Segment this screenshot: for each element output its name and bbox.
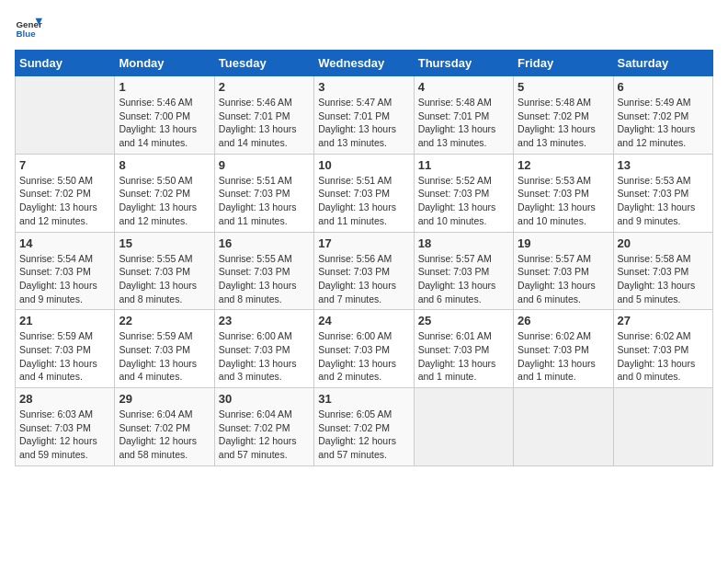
weekday-header-wednesday: Wednesday xyxy=(314,51,414,76)
day-info: Sunrise: 5:59 AMSunset: 7:03 PMDaylight:… xyxy=(19,329,110,384)
day-info: Sunrise: 5:48 AMSunset: 7:01 PMDaylight:… xyxy=(418,96,509,150)
logo-icon: General Blue xyxy=(15,15,42,42)
weekday-header-thursday: Thursday xyxy=(414,51,513,76)
calendar-cell: 15Sunrise: 5:55 AMSunset: 7:03 PMDayligh… xyxy=(115,232,214,310)
day-info: Sunrise: 5:47 AMSunset: 7:01 PMDaylight:… xyxy=(318,96,409,150)
calendar-cell: 18Sunrise: 5:57 AMSunset: 7:03 PMDayligh… xyxy=(414,232,513,310)
day-info: Sunrise: 5:54 AMSunset: 7:03 PMDaylight:… xyxy=(19,252,110,306)
calendar-cell: 1Sunrise: 5:46 AMSunset: 7:00 PMDaylight… xyxy=(115,76,214,155)
calendar-cell: 24Sunrise: 6:00 AMSunset: 7:03 PMDayligh… xyxy=(314,310,414,388)
day-number: 31 xyxy=(318,392,409,406)
day-number: 5 xyxy=(518,80,609,94)
day-number: 8 xyxy=(119,158,210,172)
day-number: 15 xyxy=(119,236,210,250)
day-number: 2 xyxy=(219,80,310,94)
day-info: Sunrise: 5:56 AMSunset: 7:03 PMDaylight:… xyxy=(318,252,409,306)
day-number: 24 xyxy=(318,314,409,327)
day-info: Sunrise: 5:50 AMSunset: 7:02 PMDaylight:… xyxy=(119,174,210,228)
day-info: Sunrise: 5:51 AMSunset: 7:03 PMDaylight:… xyxy=(318,174,409,228)
day-info: Sunrise: 6:02 AMSunset: 7:03 PMDaylight:… xyxy=(618,329,709,384)
calendar-cell xyxy=(613,388,712,466)
day-number: 27 xyxy=(618,314,709,327)
day-info: Sunrise: 5:46 AMSunset: 7:01 PMDaylight:… xyxy=(219,96,310,150)
calendar-cell: 6Sunrise: 5:49 AMSunset: 7:02 PMDaylight… xyxy=(613,76,712,155)
day-info: Sunrise: 5:55 AMSunset: 7:03 PMDaylight:… xyxy=(119,252,210,306)
day-number: 20 xyxy=(618,236,709,250)
day-number: 17 xyxy=(318,236,409,250)
calendar-cell: 16Sunrise: 5:55 AMSunset: 7:03 PMDayligh… xyxy=(214,232,313,310)
day-number: 29 xyxy=(119,392,210,406)
day-info: Sunrise: 6:01 AMSunset: 7:03 PMDaylight:… xyxy=(418,329,509,384)
day-number: 28 xyxy=(19,392,110,406)
calendar-cell: 23Sunrise: 6:00 AMSunset: 7:03 PMDayligh… xyxy=(214,310,313,388)
calendar-cell: 20Sunrise: 5:58 AMSunset: 7:03 PMDayligh… xyxy=(613,232,712,310)
day-number: 11 xyxy=(418,158,509,172)
day-info: Sunrise: 5:58 AMSunset: 7:03 PMDaylight:… xyxy=(618,252,709,306)
calendar-cell: 3Sunrise: 5:47 AMSunset: 7:01 PMDaylight… xyxy=(314,76,414,155)
calendar-cell: 7Sunrise: 5:50 AMSunset: 7:02 PMDaylight… xyxy=(16,154,115,232)
weekday-header-sunday: Sunday xyxy=(16,51,115,76)
day-number: 1 xyxy=(119,80,210,94)
day-number: 26 xyxy=(518,314,609,327)
day-number: 3 xyxy=(318,80,409,94)
day-number: 10 xyxy=(318,158,409,172)
calendar-cell: 14Sunrise: 5:54 AMSunset: 7:03 PMDayligh… xyxy=(16,232,115,310)
calendar-cell: 29Sunrise: 6:04 AMSunset: 7:02 PMDayligh… xyxy=(115,388,214,466)
day-info: Sunrise: 6:03 AMSunset: 7:03 PMDaylight:… xyxy=(19,408,110,462)
day-info: Sunrise: 6:00 AMSunset: 7:03 PMDaylight:… xyxy=(318,329,409,384)
calendar-cell: 30Sunrise: 6:04 AMSunset: 7:02 PMDayligh… xyxy=(214,388,313,466)
calendar-cell: 4Sunrise: 5:48 AMSunset: 7:01 PMDaylight… xyxy=(414,76,513,155)
calendar-cell: 21Sunrise: 5:59 AMSunset: 7:03 PMDayligh… xyxy=(16,310,115,388)
day-info: Sunrise: 5:53 AMSunset: 7:03 PMDaylight:… xyxy=(618,174,709,228)
calendar-cell: 17Sunrise: 5:56 AMSunset: 7:03 PMDayligh… xyxy=(314,232,414,310)
weekday-header-row: SundayMondayTuesdayWednesdayThursdayFrid… xyxy=(16,51,713,76)
day-number: 22 xyxy=(119,314,210,327)
day-number: 9 xyxy=(219,158,310,172)
calendar-cell: 2Sunrise: 5:46 AMSunset: 7:01 PMDaylight… xyxy=(214,76,313,155)
calendar-cell xyxy=(514,388,613,466)
calendar-cell: 22Sunrise: 5:59 AMSunset: 7:03 PMDayligh… xyxy=(115,310,214,388)
calendar-cell: 25Sunrise: 6:01 AMSunset: 7:03 PMDayligh… xyxy=(414,310,513,388)
day-number: 25 xyxy=(418,314,509,327)
day-info: Sunrise: 5:59 AMSunset: 7:03 PMDaylight:… xyxy=(119,329,210,384)
calendar-cell: 27Sunrise: 6:02 AMSunset: 7:03 PMDayligh… xyxy=(613,310,712,388)
calendar-cell: 19Sunrise: 5:57 AMSunset: 7:03 PMDayligh… xyxy=(514,232,613,310)
day-info: Sunrise: 5:57 AMSunset: 7:03 PMDaylight:… xyxy=(518,252,609,306)
calendar-cell xyxy=(414,388,513,466)
day-info: Sunrise: 6:04 AMSunset: 7:02 PMDaylight:… xyxy=(119,408,210,462)
calendar-cell: 8Sunrise: 5:50 AMSunset: 7:02 PMDaylight… xyxy=(115,154,214,232)
calendar-cell: 28Sunrise: 6:03 AMSunset: 7:03 PMDayligh… xyxy=(16,388,115,466)
day-number: 4 xyxy=(418,80,509,94)
day-info: Sunrise: 5:51 AMSunset: 7:03 PMDaylight:… xyxy=(219,174,310,228)
calendar-week-row: 7Sunrise: 5:50 AMSunset: 7:02 PMDaylight… xyxy=(16,154,713,232)
calendar-cell: 11Sunrise: 5:52 AMSunset: 7:03 PMDayligh… xyxy=(414,154,513,232)
calendar-cell: 5Sunrise: 5:48 AMSunset: 7:02 PMDaylight… xyxy=(514,76,613,155)
day-info: Sunrise: 5:48 AMSunset: 7:02 PMDaylight:… xyxy=(518,96,609,150)
weekday-header-friday: Friday xyxy=(514,51,613,76)
day-number: 21 xyxy=(19,314,110,327)
day-number: 18 xyxy=(418,236,509,250)
day-info: Sunrise: 5:57 AMSunset: 7:03 PMDaylight:… xyxy=(418,252,509,306)
calendar-week-row: 28Sunrise: 6:03 AMSunset: 7:03 PMDayligh… xyxy=(16,388,713,466)
calendar-week-row: 21Sunrise: 5:59 AMSunset: 7:03 PMDayligh… xyxy=(16,310,713,388)
day-info: Sunrise: 6:05 AMSunset: 7:02 PMDaylight:… xyxy=(318,408,409,462)
day-number: 13 xyxy=(618,158,709,172)
calendar-cell xyxy=(16,76,115,155)
day-number: 23 xyxy=(219,314,310,327)
logo: General Blue xyxy=(15,15,42,42)
weekday-header-saturday: Saturday xyxy=(613,51,712,76)
calendar-table: SundayMondayTuesdayWednesdayThursdayFrid… xyxy=(15,50,713,466)
calendar-cell: 10Sunrise: 5:51 AMSunset: 7:03 PMDayligh… xyxy=(314,154,414,232)
weekday-header-tuesday: Tuesday xyxy=(214,51,313,76)
day-number: 19 xyxy=(518,236,609,250)
day-number: 12 xyxy=(518,158,609,172)
calendar-cell: 26Sunrise: 6:02 AMSunset: 7:03 PMDayligh… xyxy=(514,310,613,388)
calendar-week-row: 14Sunrise: 5:54 AMSunset: 7:03 PMDayligh… xyxy=(16,232,713,310)
day-info: Sunrise: 6:02 AMSunset: 7:03 PMDaylight:… xyxy=(518,329,609,384)
header: General Blue xyxy=(15,15,713,42)
day-info: Sunrise: 5:50 AMSunset: 7:02 PMDaylight:… xyxy=(19,174,110,228)
svg-text:Blue: Blue xyxy=(17,29,37,39)
day-info: Sunrise: 6:04 AMSunset: 7:02 PMDaylight:… xyxy=(219,408,310,462)
day-info: Sunrise: 6:00 AMSunset: 7:03 PMDaylight:… xyxy=(219,329,310,384)
day-info: Sunrise: 5:46 AMSunset: 7:00 PMDaylight:… xyxy=(119,96,210,150)
